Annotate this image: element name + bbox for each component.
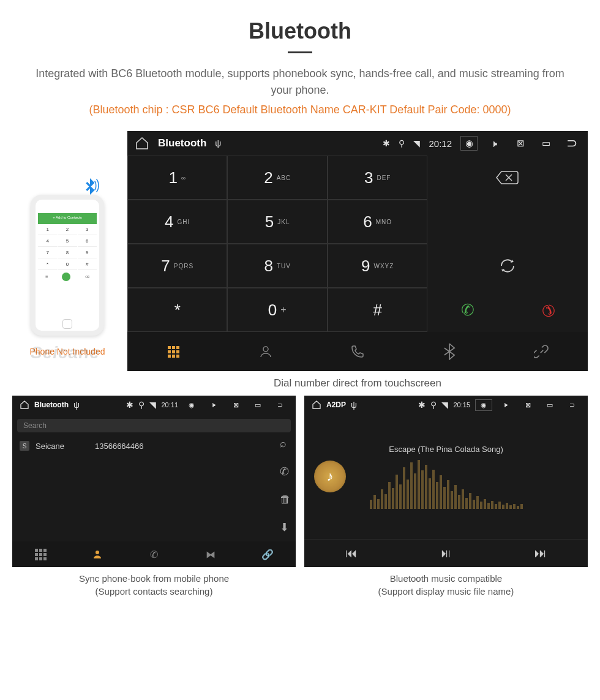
- backspace-button[interactable]: [427, 156, 588, 200]
- camera-icon[interactable]: ◉: [460, 136, 478, 151]
- gps-icon: ⚲: [430, 400, 437, 410]
- phone-key: 1: [38, 224, 57, 235]
- phone-key: #: [78, 259, 97, 270]
- home-icon[interactable]: [20, 400, 29, 410]
- key-2[interactable]: 2ABC: [227, 156, 327, 200]
- download-icon[interactable]: ⬇: [280, 521, 291, 534]
- swap-button[interactable]: [427, 244, 588, 288]
- tab-calls[interactable]: ✆: [126, 541, 182, 567]
- side-empty: [427, 200, 588, 244]
- tab-contacts[interactable]: [219, 332, 311, 371]
- key-0[interactable]: 0+: [227, 288, 327, 332]
- phone-key: 2: [58, 224, 77, 235]
- close-icon[interactable]: ⊠: [519, 401, 536, 409]
- svg-point-0: [263, 347, 268, 352]
- key-3[interactable]: 3DEF: [328, 156, 427, 200]
- contacts-device: Bluetooth ψ ✱ ⚲ ◥ 20:11 ◉ 🕨 ⊠ ▭ ⊃ Search…: [12, 396, 296, 567]
- music-controls: ⏮ ⏯ ⏭: [304, 539, 588, 567]
- search-input[interactable]: Search: [17, 419, 291, 432]
- recent-apps-icon[interactable]: ▭: [249, 401, 266, 409]
- bluetooth-icon: ✱: [418, 400, 426, 410]
- status-bar: A2DP ψ ✱ ⚲ ◥ 20:15 ◉ 🕨 ⊠ ▭ ⊃: [304, 396, 588, 414]
- back-icon[interactable]: ⊃: [271, 401, 288, 409]
- gps-icon: ⚲: [138, 400, 144, 410]
- home-icon[interactable]: [135, 136, 149, 151]
- tab-contacts[interactable]: [69, 541, 126, 567]
- recent-apps-icon[interactable]: ▭: [538, 138, 555, 149]
- tab-keypad[interactable]: [12, 541, 69, 567]
- contact-number: 13566664466: [95, 442, 144, 451]
- mute-icon[interactable]: 🕨: [497, 401, 514, 408]
- camera-icon[interactable]: ◉: [183, 401, 200, 409]
- back-icon[interactable]: ⊃: [563, 135, 580, 151]
- usb-icon: ψ: [351, 400, 357, 410]
- page-title: Bluetooth: [0, 18, 600, 44]
- mute-icon[interactable]: 🕨: [205, 401, 222, 408]
- phone-key: *: [38, 259, 57, 270]
- spec-line: (Bluetooth chip : CSR BC6 Default Blueto…: [24, 103, 576, 116]
- hangup-button[interactable]: ✆: [508, 301, 588, 320]
- intro-text: Integrated with BC6 Bluetooth module, su…: [24, 66, 576, 99]
- key-9[interactable]: 9WXYZ: [328, 244, 427, 288]
- key-hash[interactable]: #: [328, 288, 427, 332]
- camera-icon[interactable]: ◉: [475, 399, 492, 411]
- music-body: Escape (The Pina Colada Song) ♪: [304, 414, 588, 539]
- recent-apps-icon[interactable]: ▭: [541, 401, 558, 409]
- tab-bluetooth[interactable]: [403, 332, 495, 371]
- next-track-button[interactable]: ⏭: [534, 546, 547, 560]
- main-caption: Dial number direct from touchscreen: [127, 377, 588, 390]
- close-icon[interactable]: ⊠: [227, 401, 244, 409]
- tab-link[interactable]: [496, 332, 588, 371]
- contact-row[interactable]: S Seicane 13566664466: [17, 437, 291, 454]
- status-bar: Bluetooth ψ ✱ ⚲ ◥ 20:11 ◉ 🕨 ⊠ ▭ ⊃: [12, 396, 296, 414]
- tab-calls[interactable]: [312, 332, 403, 371]
- key-5[interactable]: 5JKL: [227, 200, 327, 244]
- main-device: Bluetooth ψ ✱ ⚲ ◥ 20:12 ◉ 🕨 ⊠ ▭ ⊃ 1∞ 2AB…: [127, 131, 588, 371]
- wifi-icon: ◥: [413, 138, 420, 148]
- album-art-icon: ♪: [314, 461, 346, 492]
- status-bar: Bluetooth ψ ✱ ⚲ ◥ 20:12 ◉ 🕨 ⊠ ▭ ⊃: [127, 131, 588, 156]
- contact-badge: S: [20, 441, 29, 451]
- key-7[interactable]: 7PQRS: [127, 244, 227, 288]
- wifi-icon: ◥: [149, 400, 156, 410]
- close-icon[interactable]: ⊠: [512, 138, 529, 149]
- call-icon[interactable]: ✆: [280, 465, 291, 478]
- prev-track-button[interactable]: ⏮: [345, 546, 358, 560]
- phone-backspace-icon: ⌫: [85, 275, 89, 279]
- title-underline: [288, 51, 312, 53]
- delete-icon[interactable]: 🗑: [280, 493, 291, 506]
- contacts-caption: Sync phone-book from mobile phone (Suppo…: [12, 572, 296, 598]
- key-8[interactable]: 8TUV: [227, 244, 327, 288]
- search-icon[interactable]: ⌕: [280, 437, 291, 450]
- tab-keypad[interactable]: [127, 332, 219, 371]
- usb-icon: ψ: [215, 138, 221, 148]
- key-4[interactable]: 4GHI: [127, 200, 227, 244]
- bottom-tabs: [127, 332, 588, 371]
- phone-key: 3: [78, 224, 97, 235]
- back-icon[interactable]: ⊃: [563, 401, 580, 409]
- status-title: Bluetooth: [158, 137, 206, 149]
- key-star[interactable]: *: [127, 288, 227, 332]
- svg-point-1: [96, 551, 99, 554]
- mute-icon[interactable]: 🕨: [486, 138, 503, 149]
- wifi-icon: ◥: [441, 400, 448, 410]
- key-6[interactable]: 6MNO: [328, 200, 427, 244]
- contacts-list: S Seicane 13566664466 ⌕ ✆ 🗑 ⬇: [12, 437, 296, 541]
- tab-link[interactable]: 🔗: [239, 541, 296, 567]
- phone-key: 7: [38, 247, 57, 258]
- key-1[interactable]: 1∞: [127, 156, 227, 200]
- usb-icon: ψ: [73, 400, 80, 410]
- song-title: Escape (The Pina Colada Song): [389, 445, 503, 454]
- phone-mock-header: + Add to Contacts: [38, 213, 97, 224]
- status-time: 20:11: [161, 401, 178, 408]
- home-icon[interactable]: [312, 400, 321, 410]
- phone-key: 4: [38, 236, 57, 247]
- bluetooth-icon: ✱: [383, 138, 390, 148]
- play-pause-button[interactable]: ⏯: [440, 546, 452, 560]
- phone-key: 0: [58, 259, 77, 270]
- brand-watermark: Seicane: [31, 343, 100, 363]
- call-button[interactable]: ✆: [427, 301, 508, 320]
- phone-key: 6: [78, 236, 97, 247]
- tab-bluetooth[interactable]: ⧓: [182, 541, 239, 567]
- music-device: A2DP ψ ✱ ⚲ ◥ 20:15 ◉ 🕨 ⊠ ▭ ⊃ Escape (The…: [304, 396, 588, 567]
